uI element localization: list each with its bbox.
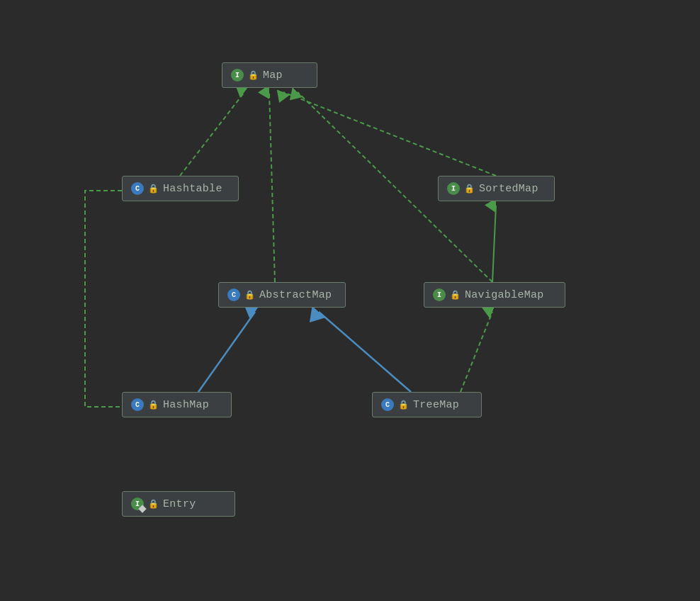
badge-navigablemap: I: [433, 288, 446, 301]
badge-entry: I: [131, 498, 144, 510]
lock-icon-entry: 🔒: [148, 499, 159, 510]
svg-line-9: [198, 312, 255, 392]
connections-svg: [0, 0, 700, 601]
lock-icon-navigablemap: 🔒: [450, 290, 461, 300]
svg-line-8: [461, 312, 492, 392]
svg-line-6: [283, 92, 496, 176]
badge-hashtable: C: [131, 182, 144, 195]
lock-icon-map: 🔒: [248, 70, 259, 81]
lock-icon-hashtable: 🔒: [148, 184, 159, 194]
label-hashmap: HashMap: [163, 399, 209, 411]
node-sortedmap[interactable]: I 🔒 SortedMap: [438, 176, 555, 201]
svg-line-4: [269, 92, 275, 282]
label-sortedmap: SortedMap: [479, 183, 538, 195]
badge-treemap: C: [381, 398, 394, 411]
lock-icon-treemap: 🔒: [398, 400, 409, 410]
label-abstractmap: AbstractMap: [259, 289, 332, 301]
diamond-marker: [138, 505, 146, 512]
label-navigablemap: NavigableMap: [465, 289, 544, 301]
node-entry[interactable]: I 🔒 Entry: [122, 491, 235, 517]
node-map[interactable]: I 🔒 Map: [222, 62, 317, 88]
label-entry: Entry: [163, 498, 196, 510]
svg-line-3: [180, 92, 244, 176]
badge-hashmap: C: [131, 398, 144, 411]
lock-icon-hashmap: 🔒: [148, 400, 159, 410]
label-hashtable: Hashtable: [163, 183, 222, 195]
lock-icon-abstractmap: 🔒: [244, 290, 255, 300]
lock-icon-sortedmap: 🔒: [464, 184, 475, 194]
node-navigablemap[interactable]: I 🔒 NavigableMap: [424, 282, 565, 308]
node-hashmap[interactable]: C 🔒 HashMap: [122, 392, 232, 417]
badge-map: I: [231, 69, 244, 82]
diagram-container: I 🔒 Map C 🔒 Hashtable I 🔒 SortedMap C 🔒 …: [0, 0, 700, 601]
label-treemap: TreeMap: [413, 399, 459, 411]
badge-sortedmap: I: [447, 182, 460, 195]
node-abstractmap[interactable]: C 🔒 AbstractMap: [218, 282, 346, 308]
label-map: Map: [263, 69, 283, 82]
node-treemap[interactable]: C 🔒 TreeMap: [372, 392, 482, 417]
svg-line-10: [319, 312, 411, 392]
svg-line-7: [492, 206, 496, 282]
node-hashtable[interactable]: C 🔒 Hashtable: [122, 176, 239, 201]
badge-abstractmap: C: [227, 288, 240, 301]
